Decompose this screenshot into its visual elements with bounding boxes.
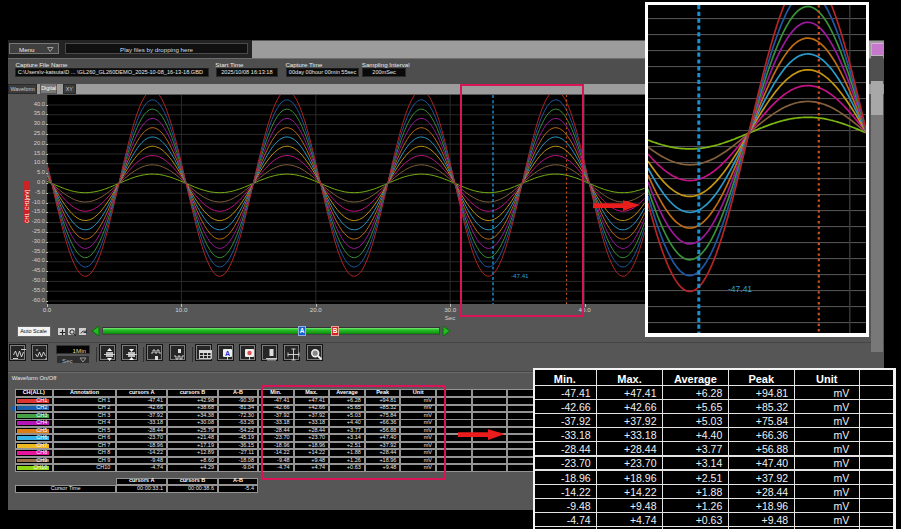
svg-text:A: A [224,350,229,357]
svg-text:-47.41: -47.41 [728,284,752,294]
